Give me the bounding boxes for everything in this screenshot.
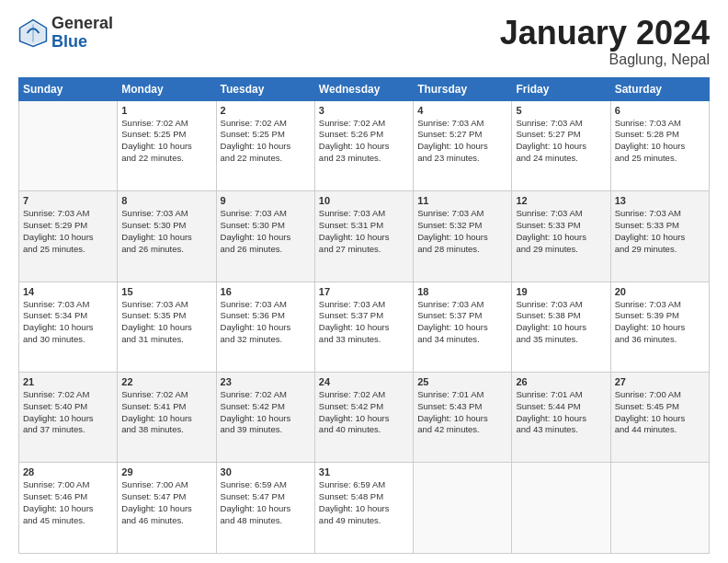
day-number: 27 bbox=[615, 376, 705, 387]
logo-blue-text: Blue bbox=[51, 33, 113, 52]
logo-text: General Blue bbox=[51, 15, 113, 52]
day-number: 12 bbox=[516, 195, 606, 206]
calendar-cell: 10Sunrise: 7:03 AM Sunset: 5:31 PM Dayli… bbox=[314, 191, 413, 282]
day-info: Sunrise: 7:03 AM Sunset: 5:31 PM Dayligh… bbox=[319, 208, 409, 255]
calendar-cell: 30Sunrise: 6:59 AM Sunset: 5:47 PM Dayli… bbox=[216, 463, 314, 554]
weekday-header-saturday: Saturday bbox=[610, 77, 709, 100]
calendar-cell bbox=[19, 100, 118, 190]
calendar-week-row: 7Sunrise: 7:03 AM Sunset: 5:29 PM Daylig… bbox=[19, 191, 710, 282]
day-number: 22 bbox=[121, 376, 211, 387]
calendar-cell: 5Sunrise: 7:03 AM Sunset: 5:27 PM Daylig… bbox=[512, 100, 610, 190]
logo-icon bbox=[18, 18, 48, 48]
day-number: 1 bbox=[121, 105, 211, 116]
page: General Blue January 2024 Baglung, Nepal… bbox=[0, 0, 728, 563]
location-subtitle: Baglung, Nepal bbox=[500, 52, 710, 68]
calendar-cell: 20Sunrise: 7:03 AM Sunset: 5:39 PM Dayli… bbox=[610, 282, 709, 372]
day-info: Sunrise: 7:00 AM Sunset: 5:45 PM Dayligh… bbox=[615, 389, 705, 436]
calendar-cell: 14Sunrise: 7:03 AM Sunset: 5:34 PM Dayli… bbox=[19, 282, 118, 372]
weekday-header-tuesday: Tuesday bbox=[216, 77, 314, 100]
day-info: Sunrise: 6:59 AM Sunset: 5:48 PM Dayligh… bbox=[319, 479, 409, 526]
calendar-cell: 8Sunrise: 7:03 AM Sunset: 5:30 PM Daylig… bbox=[118, 191, 216, 282]
calendar-cell: 17Sunrise: 7:03 AM Sunset: 5:37 PM Dayli… bbox=[314, 282, 413, 372]
calendar-cell: 24Sunrise: 7:02 AM Sunset: 5:42 PM Dayli… bbox=[314, 373, 413, 463]
day-number: 24 bbox=[319, 376, 409, 387]
day-info: Sunrise: 7:03 AM Sunset: 5:38 PM Dayligh… bbox=[516, 299, 606, 346]
day-info: Sunrise: 7:03 AM Sunset: 5:33 PM Dayligh… bbox=[516, 208, 606, 255]
day-info: Sunrise: 7:02 AM Sunset: 5:41 PM Dayligh… bbox=[121, 389, 211, 436]
calendar-cell: 2Sunrise: 7:02 AM Sunset: 5:25 PM Daylig… bbox=[216, 100, 314, 190]
day-info: Sunrise: 7:03 AM Sunset: 5:30 PM Dayligh… bbox=[221, 208, 311, 255]
calendar-cell: 16Sunrise: 7:03 AM Sunset: 5:36 PM Dayli… bbox=[216, 282, 314, 372]
calendar-cell: 3Sunrise: 7:02 AM Sunset: 5:26 PM Daylig… bbox=[314, 100, 413, 190]
calendar-cell: 1Sunrise: 7:02 AM Sunset: 5:25 PM Daylig… bbox=[118, 100, 216, 190]
day-info: Sunrise: 7:03 AM Sunset: 5:33 PM Dayligh… bbox=[615, 208, 705, 255]
day-number: 18 bbox=[417, 286, 507, 297]
day-info: Sunrise: 7:00 AM Sunset: 5:46 PM Dayligh… bbox=[23, 479, 113, 526]
calendar-cell: 29Sunrise: 7:00 AM Sunset: 5:47 PM Dayli… bbox=[118, 463, 216, 554]
day-number: 30 bbox=[221, 466, 311, 477]
day-number: 17 bbox=[319, 286, 409, 297]
day-info: Sunrise: 7:03 AM Sunset: 5:27 PM Dayligh… bbox=[516, 118, 606, 165]
day-info: Sunrise: 7:02 AM Sunset: 5:25 PM Dayligh… bbox=[121, 118, 211, 165]
logo: General Blue bbox=[18, 15, 113, 52]
day-info: Sunrise: 7:03 AM Sunset: 5:34 PM Dayligh… bbox=[23, 299, 113, 346]
calendar-week-row: 1Sunrise: 7:02 AM Sunset: 5:25 PM Daylig… bbox=[19, 100, 710, 190]
calendar-cell: 12Sunrise: 7:03 AM Sunset: 5:33 PM Dayli… bbox=[512, 191, 610, 282]
calendar-cell: 6Sunrise: 7:03 AM Sunset: 5:28 PM Daylig… bbox=[610, 100, 709, 190]
day-number: 13 bbox=[615, 195, 705, 206]
day-number: 23 bbox=[221, 376, 311, 387]
calendar-cell: 26Sunrise: 7:01 AM Sunset: 5:44 PM Dayli… bbox=[512, 373, 610, 463]
calendar-cell: 11Sunrise: 7:03 AM Sunset: 5:32 PM Dayli… bbox=[414, 191, 512, 282]
day-number: 14 bbox=[23, 286, 113, 297]
day-info: Sunrise: 7:03 AM Sunset: 5:37 PM Dayligh… bbox=[417, 299, 507, 346]
day-info: Sunrise: 7:02 AM Sunset: 5:26 PM Dayligh… bbox=[319, 118, 409, 165]
calendar-cell: 27Sunrise: 7:00 AM Sunset: 5:45 PM Dayli… bbox=[610, 373, 709, 463]
day-number: 25 bbox=[417, 376, 507, 387]
day-info: Sunrise: 7:03 AM Sunset: 5:37 PM Dayligh… bbox=[319, 299, 409, 346]
day-number: 21 bbox=[23, 376, 113, 387]
weekday-header-row: SundayMondayTuesdayWednesdayThursdayFrid… bbox=[19, 77, 710, 100]
calendar-cell: 21Sunrise: 7:02 AM Sunset: 5:40 PM Dayli… bbox=[19, 373, 118, 463]
day-info: Sunrise: 6:59 AM Sunset: 5:47 PM Dayligh… bbox=[221, 479, 311, 526]
day-number: 7 bbox=[23, 195, 113, 206]
day-info: Sunrise: 7:03 AM Sunset: 5:39 PM Dayligh… bbox=[615, 299, 705, 346]
day-number: 3 bbox=[319, 105, 409, 116]
day-info: Sunrise: 7:03 AM Sunset: 5:27 PM Dayligh… bbox=[417, 118, 507, 165]
day-info: Sunrise: 7:02 AM Sunset: 5:42 PM Dayligh… bbox=[221, 389, 311, 436]
calendar-cell: 9Sunrise: 7:03 AM Sunset: 5:30 PM Daylig… bbox=[216, 191, 314, 282]
calendar-cell: 13Sunrise: 7:03 AM Sunset: 5:33 PM Dayli… bbox=[610, 191, 709, 282]
day-info: Sunrise: 7:03 AM Sunset: 5:32 PM Dayligh… bbox=[417, 208, 507, 255]
day-info: Sunrise: 7:03 AM Sunset: 5:35 PM Dayligh… bbox=[121, 299, 211, 346]
calendar-table: SundayMondayTuesdayWednesdayThursdayFrid… bbox=[18, 77, 710, 554]
day-number: 16 bbox=[221, 286, 311, 297]
calendar-cell: 28Sunrise: 7:00 AM Sunset: 5:46 PM Dayli… bbox=[19, 463, 118, 554]
day-info: Sunrise: 7:02 AM Sunset: 5:42 PM Dayligh… bbox=[319, 389, 409, 436]
day-number: 11 bbox=[417, 195, 507, 206]
calendar-week-row: 28Sunrise: 7:00 AM Sunset: 5:46 PM Dayli… bbox=[19, 463, 710, 554]
calendar-cell bbox=[512, 463, 610, 554]
calendar-cell: 19Sunrise: 7:03 AM Sunset: 5:38 PM Dayli… bbox=[512, 282, 610, 372]
day-info: Sunrise: 7:00 AM Sunset: 5:47 PM Dayligh… bbox=[121, 479, 211, 526]
day-number: 8 bbox=[121, 195, 211, 206]
day-number: 29 bbox=[121, 466, 211, 477]
calendar-cell: 15Sunrise: 7:03 AM Sunset: 5:35 PM Dayli… bbox=[118, 282, 216, 372]
weekday-header-sunday: Sunday bbox=[19, 77, 118, 100]
logo-general-text: General bbox=[51, 15, 113, 33]
calendar-cell bbox=[610, 463, 709, 554]
day-number: 20 bbox=[615, 286, 705, 297]
day-info: Sunrise: 7:01 AM Sunset: 5:44 PM Dayligh… bbox=[516, 389, 606, 436]
day-number: 5 bbox=[516, 105, 606, 116]
calendar-cell: 4Sunrise: 7:03 AM Sunset: 5:27 PM Daylig… bbox=[414, 100, 512, 190]
day-number: 6 bbox=[615, 105, 705, 116]
day-number: 15 bbox=[121, 286, 211, 297]
day-number: 10 bbox=[319, 195, 409, 206]
day-info: Sunrise: 7:03 AM Sunset: 5:29 PM Dayligh… bbox=[23, 208, 113, 255]
calendar-cell: 7Sunrise: 7:03 AM Sunset: 5:29 PM Daylig… bbox=[19, 191, 118, 282]
day-number: 31 bbox=[319, 466, 409, 477]
month-title: January 2024 bbox=[500, 15, 710, 52]
day-number: 19 bbox=[516, 286, 606, 297]
weekday-header-friday: Friday bbox=[512, 77, 610, 100]
calendar-cell: 18Sunrise: 7:03 AM Sunset: 5:37 PM Dayli… bbox=[414, 282, 512, 372]
title-area: January 2024 Baglung, Nepal bbox=[500, 15, 710, 68]
day-number: 28 bbox=[23, 466, 113, 477]
